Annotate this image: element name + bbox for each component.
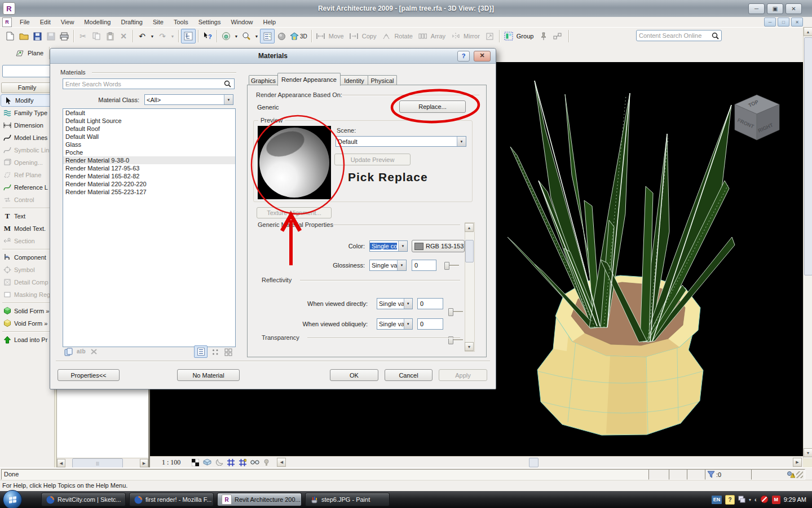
sidebar-item-solid-form[interactable]: Solid Form » <box>0 305 54 317</box>
crop-region-icon[interactable] <box>226 458 236 467</box>
revit-app-icon[interactable]: R <box>3 2 15 15</box>
material-list-item[interactable]: Default Wall <box>63 133 235 141</box>
scroll-down-icon[interactable]: ▼ <box>465 342 474 351</box>
no-material-button[interactable]: No Material <box>177 369 240 381</box>
sidebar-item-modify[interactable]: Modify <box>1 94 54 107</box>
filter-icon[interactable] <box>707 471 715 478</box>
replace-button[interactable]: Replace... <box>399 100 466 113</box>
group-icon[interactable] <box>502 29 515 43</box>
sidebar-item-component[interactable]: Component <box>0 251 54 264</box>
tab-render-appearance[interactable]: Render Appearance <box>277 73 341 86</box>
glossiness-slider[interactable] <box>444 261 459 269</box>
vertical-scroll-thumb[interactable] <box>804 37 812 275</box>
direct-mode-select[interactable]: Single va ▼ <box>377 298 413 309</box>
close-button[interactable]: ✕ <box>785 3 802 14</box>
design-bar-header[interactable]: Family <box>1 82 53 93</box>
child-close-button[interactable]: ✕ <box>791 17 803 27</box>
project-browser-panel[interactable]: ◀ ||| ▶ <box>56 388 150 468</box>
material-list-item[interactable]: Default Roof <box>63 125 235 133</box>
menu-file[interactable]: File <box>15 18 34 26</box>
color-mode-select[interactable]: Single co ▼ <box>369 240 408 252</box>
scene-select[interactable]: Default ▼ <box>336 136 466 147</box>
zoom-icon[interactable] <box>240 29 253 43</box>
link-icon[interactable] <box>550 29 564 43</box>
reveal-hidden-icon[interactable] <box>250 458 259 467</box>
scroll-right-icon[interactable]: ▶ <box>793 458 802 467</box>
menu-tools[interactable]: Tools <box>169 18 193 26</box>
properties-scroll-thumb[interactable] <box>465 240 474 262</box>
undo-icon[interactable]: ↶ <box>135 29 149 43</box>
dynamic-view-icon[interactable] <box>219 29 233 43</box>
list-view-icon[interactable] <box>194 345 208 358</box>
detail-level-icon[interactable] <box>191 458 200 467</box>
open-folder-icon[interactable] <box>17 29 30 43</box>
view-dropdown-icon[interactable]: ▼ <box>233 29 240 43</box>
material-search-input[interactable] <box>63 78 235 89</box>
menu-drafting[interactable]: Drafting <box>116 18 147 26</box>
material-list-item[interactable]: Render Material 127-95-63 <box>63 164 235 172</box>
taskbar-item-revit[interactable]: R Revit Architecture 200... <box>217 493 302 506</box>
menu-edit[interactable]: Edit <box>36 18 55 26</box>
language-indicator[interactable]: EN <box>712 496 722 504</box>
child-minimize-button[interactable]: ─ <box>764 17 776 27</box>
taskbar-item-first-render[interactable]: first render! - Mozilla F... <box>129 493 214 506</box>
pin-icon[interactable] <box>537 29 550 43</box>
material-list-item[interactable]: Default <box>63 109 235 117</box>
vertical-scrollbar[interactable]: ▲ ▼ <box>803 27 812 458</box>
scroll-right-icon[interactable]: ▶ <box>140 459 148 467</box>
search-icon[interactable] <box>712 32 719 40</box>
undo-dropdown-icon[interactable]: ▼ <box>149 29 156 43</box>
material-list-item[interactable]: Render Material 220-220-220 <box>63 180 235 188</box>
start-button[interactable] <box>3 490 22 508</box>
clock[interactable]: 9:29 AM <box>784 496 806 503</box>
menu-site[interactable]: Site <box>148 18 168 26</box>
sidebar-item-family-type[interactable]: Family Type <box>0 107 54 119</box>
properties-scrollbar[interactable]: ▲ ▼ <box>465 222 475 352</box>
sidebar-item-model-text[interactable]: MModel Text. <box>0 222 54 235</box>
scroll-up-icon[interactable]: ▲ <box>465 223 474 232</box>
sidebar-item-load-into-project[interactable]: Load into Pr <box>0 334 54 346</box>
material-list-item[interactable]: Default Light Source <box>63 117 235 125</box>
type-selector[interactable] <box>2 65 52 77</box>
work-plane-icon[interactable] <box>12 46 26 60</box>
sidebar-item-void-form[interactable]: Void Form » <box>0 317 54 330</box>
cancel-button[interactable]: Cancel <box>385 369 433 381</box>
glossiness-value-input[interactable] <box>412 260 436 271</box>
scroll-left-icon[interactable]: ◀ <box>57 459 65 467</box>
taskbar-item-paint[interactable]: step6.JPG - Paint <box>305 493 390 506</box>
small-icons-view-icon[interactable] <box>209 346 222 358</box>
project-browser-toggle-icon[interactable] <box>181 29 196 43</box>
oblique-value-input[interactable] <box>417 318 443 330</box>
menu-help[interactable]: Help <box>259 18 281 26</box>
direct-value-input[interactable] <box>417 298 443 309</box>
sidebar-item-text[interactable]: TText <box>0 210 54 222</box>
material-list-item[interactable]: Render Material 255-223-127 <box>63 188 235 196</box>
browser-scrollbar[interactable]: ◀ ||| ▶ <box>57 458 148 468</box>
child-restore-button[interactable]: □ <box>778 17 789 27</box>
mcafee-tray-icon[interactable]: M <box>772 496 780 504</box>
scroll-up-icon[interactable]: ▲ <box>804 27 812 36</box>
properties-toggle-button[interactable]: Properties<< <box>58 369 120 381</box>
window-tray-icon[interactable] <box>738 496 745 504</box>
model-graphics-style-icon[interactable] <box>202 458 212 467</box>
new-document-icon[interactable] <box>3 29 17 43</box>
save-icon[interactable] <box>30 29 44 43</box>
menu-window[interactable]: Window <box>226 18 257 26</box>
minimize-button[interactable]: ─ <box>748 3 765 14</box>
taskbar-item-revitcity[interactable]: RevitCity.com | Sketc... <box>41 493 126 506</box>
large-icons-view-icon[interactable] <box>222 346 235 358</box>
content-search-input[interactable] <box>636 30 722 41</box>
sidebar-item-reference-line[interactable]: Reference L <box>0 181 54 194</box>
blocked-tray-icon[interactable] <box>760 495 769 505</box>
materials-list[interactable]: Default Default Light Source Default Roo… <box>63 108 236 347</box>
chevron-left-icon[interactable]: ‹ <box>754 496 757 503</box>
restore-button[interactable]: ▣ <box>767 3 783 14</box>
save-as-icon[interactable] <box>44 29 58 43</box>
browser-scroll-thumb[interactable]: ||| <box>72 458 123 468</box>
menu-settings[interactable]: Settings <box>194 18 226 26</box>
material-list-item[interactable]: Render Material 165-82-82 <box>63 172 235 180</box>
material-preview-image[interactable] <box>258 126 331 199</box>
horizontal-scroll-thumb[interactable] <box>529 458 539 467</box>
scroll-down-icon[interactable]: ▼ <box>804 448 812 457</box>
material-class-select[interactable]: <All> ▼ <box>144 94 233 105</box>
